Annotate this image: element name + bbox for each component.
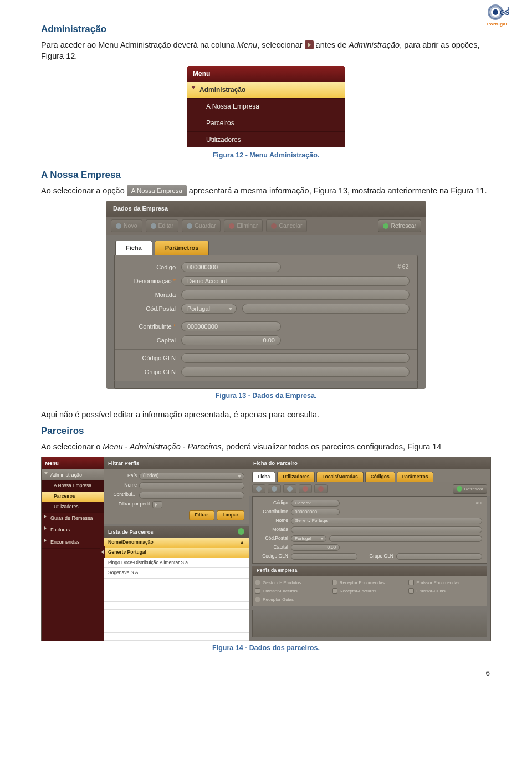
list-column-header[interactable]: Nome/Denominação▲ xyxy=(104,538,249,548)
rtoolbar-refrescar[interactable]: Refrescar xyxy=(453,484,487,494)
left-menu-title: Menu xyxy=(42,457,104,469)
new-icon xyxy=(116,223,121,229)
perfil-checkbox[interactable]: Receptor-Facturas xyxy=(332,588,408,594)
filter-pais-select[interactable]: (Todos) xyxy=(139,473,244,480)
rtab-parametros[interactable]: Parâmetros xyxy=(397,472,434,482)
rtoolbar-eliminar[interactable] xyxy=(299,484,312,493)
filter-limpar-button[interactable]: Limpar xyxy=(217,510,244,520)
rtoolbar-cancelar[interactable] xyxy=(314,484,328,493)
list-title: Lista de Parceiros xyxy=(104,526,249,538)
leftmenu-parceiros[interactable]: Parceiros xyxy=(42,492,104,502)
field-morada[interactable] xyxy=(181,290,410,300)
header-rule xyxy=(41,17,491,17)
rtab-codigos[interactable]: Códigos xyxy=(365,472,395,482)
edit-icon xyxy=(151,223,156,229)
cancel-icon xyxy=(318,486,324,492)
perfil-checkbox[interactable]: Receptor Encomendas xyxy=(332,580,408,586)
rtab-locais[interactable]: Locais/Moradas xyxy=(316,472,363,482)
list-row[interactable]: Sogenave S.A. xyxy=(104,568,249,579)
rfield-nome[interactable]: Genertv Portugal xyxy=(291,518,482,524)
filter-label-pais: País xyxy=(108,473,137,479)
ficha-title: Ficha do Parceiro xyxy=(249,457,490,469)
rtoolbar-editar[interactable] xyxy=(268,484,281,493)
field-codpostal-text[interactable] xyxy=(242,304,410,314)
footer-rule xyxy=(41,666,491,666)
rfield-capital[interactable]: 0.00 xyxy=(291,544,340,551)
rlabel-grupogln: Grupo GLN xyxy=(360,553,393,560)
screenshot-parceiros: Menu Administração A Nossa Empresa Parce… xyxy=(41,457,491,641)
filter-nome-input[interactable] xyxy=(139,482,244,489)
screenshot-menu-administracao: Menu Administração A Nossa Empresa Parce… xyxy=(187,66,345,147)
filter-label-contrib: Contribui… xyxy=(108,492,137,498)
label-capital: Capital xyxy=(122,336,176,345)
label-contribuinte: Contribuinte* xyxy=(122,323,176,331)
rfield-codpostal-select[interactable]: Portugal xyxy=(291,535,326,542)
leftmenu-encomendas[interactable]: Encomendas xyxy=(42,536,104,549)
field-codigo[interactable]: 000000000 xyxy=(181,262,281,272)
perfis-grid: Gestor de Produtos Receptor Encomendas E… xyxy=(252,576,487,607)
leftmenu-administracao[interactable]: Administração xyxy=(42,469,104,482)
toolbar-refrescar-button[interactable]: Refrescar xyxy=(378,219,421,232)
field-capital[interactable]: 0.00 xyxy=(181,335,281,345)
field-contribuinte[interactable]: 000000000 xyxy=(181,321,281,331)
middle-panel: Filtrar Perfis País(Todos) Nome Contribu… xyxy=(104,457,249,641)
inline-chip-a-nossa-empresa: A Nossa Empresa xyxy=(127,185,187,196)
refresh-icon xyxy=(457,486,462,492)
label-codpostal: Cód.Postal xyxy=(122,305,176,313)
perfil-checkbox[interactable]: Gestor de Produtos xyxy=(255,580,331,586)
field-grupo-gln[interactable] xyxy=(181,367,410,377)
menu-item-utilizadores[interactable]: Utilizadores xyxy=(187,131,345,148)
toolbar-cancelar-button[interactable]: Cancelar xyxy=(266,219,307,232)
leftmenu-facturas[interactable]: Facturas xyxy=(42,524,104,536)
delete-icon xyxy=(229,223,234,229)
toolbar-guardar-button[interactable]: Guardar xyxy=(182,219,221,232)
perfil-checkbox[interactable]: Emissor-Guias xyxy=(408,588,484,594)
rfield-morada[interactable] xyxy=(291,526,482,533)
toolbar-eliminar-button[interactable]: Eliminar xyxy=(224,219,263,232)
refresh-list-icon[interactable] xyxy=(238,528,244,535)
rlabel-codpostal: Cód.Postal xyxy=(257,535,288,542)
rtab-ficha[interactable]: Ficha xyxy=(252,472,275,482)
toolbar-editar-button[interactable]: Editar xyxy=(146,219,178,232)
field-codigo-gln[interactable] xyxy=(181,353,410,363)
play-icon xyxy=(305,40,314,49)
list-row[interactable]: Genertv Portugal xyxy=(104,548,249,558)
rfield-codigo[interactable]: Genertv xyxy=(291,500,340,507)
label-grupo-gln: Grupo GLN xyxy=(122,368,176,376)
list-row[interactable]: Pingo Doce-Distribuição Alimentar S.a xyxy=(104,558,249,569)
rfield-codpostal-text[interactable] xyxy=(329,535,482,542)
field-codpostal-select[interactable]: Portugal xyxy=(181,304,237,314)
field-denominacao[interactable]: Demo Account xyxy=(181,276,410,286)
toolbar-novo-button[interactable]: Novo xyxy=(111,219,142,232)
rfield-contrib[interactable]: 000000000 xyxy=(291,509,340,515)
tab-ficha[interactable]: Ficha xyxy=(115,241,152,255)
rlabel-contrib: Contribuinte xyxy=(257,509,288,515)
leftmenu-utilizadores[interactable]: Utilizadores xyxy=(42,502,104,513)
perfis-title: Perfis da empresa xyxy=(252,566,487,576)
rfield-grupogln[interactable] xyxy=(396,553,482,560)
menu-item-parceiros[interactable]: Parceiros xyxy=(187,115,345,131)
leftmenu-a-nossa-empresa[interactable]: A Nossa Empresa xyxy=(42,481,104,492)
cancel-icon xyxy=(271,223,277,229)
rtab-utilizadores[interactable]: Utilizadores xyxy=(277,472,315,482)
save-icon xyxy=(287,486,293,492)
rtoolbar-guardar[interactable] xyxy=(283,484,296,493)
paragraph-noedit: Aqui não é possível editar a informação … xyxy=(41,409,491,420)
collapse-sidebar-button[interactable] xyxy=(100,546,105,558)
label-denominacao: Denominação* xyxy=(122,277,176,285)
menu-item-a-nossa-empresa[interactable]: A Nossa Empresa xyxy=(187,98,345,115)
leftmenu-guias[interactable]: Guias de Remessa xyxy=(42,513,104,525)
filter-contrib-input[interactable] xyxy=(139,492,244,499)
filter-filtrar-button[interactable]: Filtrar xyxy=(189,510,214,520)
menu-item-administracao[interactable]: Administração xyxy=(187,82,345,98)
perfil-checkbox[interactable]: Emissor-Facturas xyxy=(255,588,331,594)
filter-perfil-toggle[interactable] xyxy=(152,501,162,508)
label-morada: Morada xyxy=(122,291,176,299)
rfield-codgln[interactable] xyxy=(291,553,357,560)
rtoolbar-novo[interactable] xyxy=(252,484,265,493)
perfil-checkbox[interactable]: Emissor Encomendas xyxy=(408,580,484,586)
filter-title: Filtrar Perfis xyxy=(104,457,249,469)
perfil-checkbox[interactable]: Receptor-Guias xyxy=(255,596,331,602)
rlabel-capital: Capital xyxy=(257,544,288,551)
tab-parametros[interactable]: Parâmetros xyxy=(155,241,209,255)
